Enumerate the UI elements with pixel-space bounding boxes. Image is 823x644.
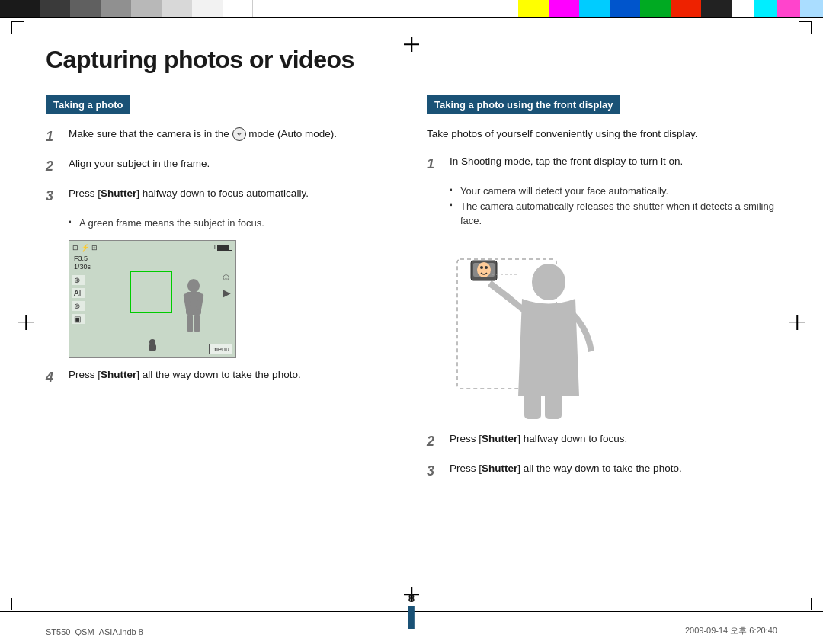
lcd-icon-settings: ⊞: [91, 244, 98, 252]
crosshair-left: [18, 315, 34, 330]
step-1: 1 Make sure that the camera is in the ⌖ …: [46, 127, 396, 147]
left-column: Taking a photo 1 Make sure that the came…: [46, 95, 396, 491]
step-2-text: Align your subject in the frame.: [69, 156, 396, 171]
svg-rect-5: [194, 314, 200, 332]
lcd-menu-button: menu: [209, 344, 232, 354]
lcd-focus-box: [130, 271, 172, 313]
lcd-top-bar: ⊡ ⚡ ⊞ I: [72, 244, 232, 252]
front-display-svg: [450, 236, 632, 419]
page-number-container: 8: [408, 591, 415, 629]
step-2-num: 2: [46, 156, 64, 177]
svg-point-6: [149, 339, 155, 345]
lcd-icon-flash: ⚡: [81, 244, 89, 252]
footer-left: ST550_QSM_ASIA.indb 8: [46, 627, 143, 636]
svg-point-9: [532, 264, 565, 300]
svg-rect-7: [149, 344, 156, 351]
right-bullet-2: The camera automatically releases the sh…: [450, 199, 777, 229]
svg-rect-4: [187, 314, 193, 332]
step-3-num: 3: [46, 186, 64, 207]
lcd-f-value: F3.5 1/30s: [74, 255, 91, 272]
battery-box: [217, 245, 232, 251]
top-divider: [0, 17, 823, 18]
right-step-1-bullets: Your camera will detect your face automa…: [450, 184, 777, 229]
step-3: 3 Press [Shutter] halfway down to focus …: [46, 186, 396, 207]
right-step-1-text: In Shooting mode, tap the front display …: [450, 154, 777, 169]
left-section-header: Taking a photo: [46, 95, 130, 114]
lcd-left-icons: ⊕ AF ⊚ ▣: [72, 275, 85, 324]
corner-mark-tl: [11, 21, 24, 34]
page-bar: [408, 606, 415, 629]
step-1-num: 1: [46, 127, 64, 147]
step-4-text: Press [Shutter] all the way down to take…: [69, 367, 396, 383]
svg-point-15: [480, 266, 483, 269]
right-step-3-num: 3: [427, 461, 445, 482]
lcd-bottom-person: [145, 339, 160, 354]
step-3-text: Press [Shutter] halfway down to focus au…: [69, 186, 396, 201]
bullet-item: A green frame means the subject in focus…: [69, 216, 396, 231]
svg-point-14: [477, 262, 491, 277]
right-intro-text: Take photos of yourself conveniently usi…: [427, 127, 777, 142]
svg-rect-10: [524, 392, 541, 419]
right-step-3-text: Press [Shutter] all the way down to take…: [450, 461, 777, 476]
svg-rect-11: [545, 392, 562, 419]
color-bar-top: [0, 0, 823, 17]
lcd-icon-camera: ⊡: [72, 244, 78, 252]
lcd-battery-indicator: I: [214, 244, 232, 251]
right-section-header: Taking a photo using the front display: [427, 95, 620, 114]
battery-fill: [218, 245, 229, 250]
svg-point-16: [485, 266, 488, 269]
svg-point-0: [187, 279, 200, 293]
crosshair-right: [789, 315, 805, 330]
lcd-icon-3: ⊚: [72, 301, 85, 311]
step-4-num: 4: [46, 367, 64, 388]
step-2: 2 Align your subject in the frame.: [46, 156, 396, 177]
right-bullet-1: Your camera will detect your face automa…: [450, 184, 777, 199]
right-step-2-text: Press [Shutter] halfway down to focus.: [450, 431, 777, 447]
page-title: Capturing photos or videos: [46, 46, 777, 74]
right-step-1: 1 In Shooting mode, tap the front displa…: [427, 154, 777, 175]
swatch-right: [518, 0, 823, 17]
corner-mark-br: [799, 598, 812, 610]
lcd-subject-silhouette: [175, 278, 213, 342]
lcd-icon-1: ⊕: [72, 275, 85, 285]
footer-right: 2009-09-14 오후 6:20:40: [685, 625, 777, 636]
swatch-left: [0, 0, 253, 17]
right-column: Taking a photo using the front display T…: [427, 95, 777, 491]
lcd-icon-af: AF: [72, 288, 85, 298]
person-group: [488, 264, 594, 419]
subject-svg: [175, 278, 213, 339]
step-4: 4 Press [Shutter] all the way down to ta…: [46, 367, 396, 388]
bottom-person-svg: [145, 339, 160, 351]
step-1-text: Make sure that the camera is in the ⌖ mo…: [69, 127, 396, 142]
camera-lcd-illustration: ⊡ ⚡ ⊞ I F3.5 1/30s: [69, 240, 236, 358]
right-step-1-num: 1: [427, 154, 445, 175]
two-column-layout: Taking a photo 1 Make sure that the came…: [46, 95, 777, 491]
main-content: Capturing photos or videos Taking a phot…: [46, 46, 777, 606]
corner-mark-bl: [11, 598, 24, 610]
lcd-face-icon: ☺: [221, 271, 231, 283]
lcd-icons: ⊡ ⚡ ⊞: [72, 244, 98, 252]
right-step-2-num: 2: [427, 431, 445, 452]
auto-mode-icon: ⌖: [232, 127, 246, 141]
right-step-2: 2 Press [Shutter] halfway down to focus.: [427, 431, 777, 452]
right-step-3: 3 Press [Shutter] all the way down to ta…: [427, 461, 777, 482]
lcd-icon-4: ▣: [72, 314, 85, 324]
lcd-scroll-icon: ▶: [223, 287, 231, 299]
front-display-illustration: [450, 236, 632, 419]
step-3-bullets: A green frame means the subject in focus…: [69, 216, 396, 231]
page-num-text: 8: [408, 591, 415, 604]
corner-mark-tr: [799, 21, 812, 34]
